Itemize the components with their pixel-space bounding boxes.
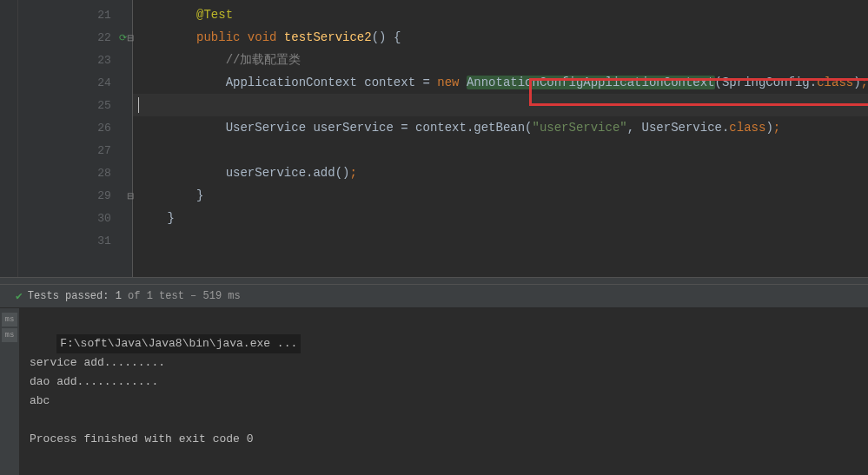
code-token: )	[853, 76, 860, 89]
line-number: 27	[97, 144, 111, 157]
console-area: ms ms F:\soft\Java\Java8\bin\java.exe ..…	[0, 308, 868, 475]
code-line[interactable]: }	[133, 207, 868, 229]
code-token: @Test	[196, 8, 233, 22]
code-token: new	[437, 76, 467, 89]
code-token: void	[248, 30, 284, 44]
code-token: UserService.	[642, 121, 730, 135]
line-number: 25	[97, 99, 111, 112]
code-token: () {	[372, 30, 401, 44]
line-number: 31	[97, 234, 111, 247]
code-token: }	[196, 188, 203, 202]
code-line[interactable]	[133, 229, 868, 252]
check-icon: ✔	[16, 289, 23, 303]
gutter-row[interactable]: 23	[18, 49, 132, 71]
code-token: //加载配置类	[226, 53, 301, 67]
line-number: 28	[97, 167, 111, 180]
gutter-row[interactable]: 27	[18, 139, 132, 162]
code-token: public	[196, 30, 248, 44]
panel-resize-handle[interactable]	[0, 277, 868, 284]
code-line[interactable]	[133, 94, 868, 116]
code-token: (SpringConfig.	[715, 76, 818, 89]
text-caret	[138, 97, 139, 113]
line-number: 23	[97, 54, 111, 67]
editor-area: 2122⟳⊟23242526272829⊟3031 @Test public v…	[0, 0, 868, 277]
code-token: "userService"	[533, 121, 627, 135]
console-output[interactable]: F:\soft\Java\Java8\bin\java.exe ... serv…	[19, 308, 868, 475]
code-line[interactable]: //加载配置类	[133, 49, 868, 71]
code-token: class	[729, 121, 765, 135]
tests-time: – 519 ms	[190, 290, 241, 302]
gutter-row[interactable]: 22⟳⊟	[18, 26, 132, 49]
editor-gutter[interactable]: 2122⟳⊟23242526272829⊟3031	[18, 0, 133, 277]
code-line[interactable]: public void testService2() {	[133, 26, 868, 49]
line-number: 26	[97, 122, 111, 135]
code-token: userService.add()	[226, 166, 350, 180]
gutter-row[interactable]: 29⊟	[18, 184, 132, 207]
tab-ms-1[interactable]: ms	[2, 313, 17, 327]
gutter-row[interactable]: 24	[18, 71, 132, 94]
gutter-row[interactable]: 30	[18, 207, 132, 229]
line-number: 24	[97, 76, 111, 89]
code-token: }	[167, 211, 174, 225]
line-number: 29	[97, 189, 111, 202]
code-token: testService2	[284, 30, 372, 44]
tool-stripe-left	[0, 0, 18, 277]
code-line[interactable]: @Test	[133, 3, 868, 26]
gutter-row[interactable]: 25	[18, 94, 132, 116]
test-status-bar: ✔ Tests passed: 1 of 1 test – 519 ms	[0, 284, 868, 308]
gutter-row[interactable]: 26	[18, 116, 132, 139]
code-token: ;	[349, 166, 356, 180]
code-token: UserService userService = context.getBea…	[226, 121, 533, 135]
code-token: )	[765, 121, 772, 135]
tab-ms-2[interactable]: ms	[2, 328, 17, 342]
console-exit-line: Process finished with exit code 0	[30, 432, 253, 445]
code-token: ;	[773, 121, 780, 135]
console-line: dao add............	[30, 375, 158, 388]
console-exe-line: F:\soft\Java\Java8\bin\java.exe ...	[56, 334, 301, 353]
console-tabs-strip: ms ms	[0, 308, 19, 475]
code-line[interactable]: userService.add();	[133, 162, 868, 184]
code-area[interactable]: @Test public void testService2() { //加载配…	[133, 0, 868, 277]
tests-passed-count: 1	[116, 290, 122, 302]
tests-total-label: of 1 test	[128, 290, 184, 302]
line-number: 21	[97, 9, 111, 22]
code-token: AnnotationConfigApplicationContext	[467, 76, 715, 89]
code-line[interactable]: ApplicationContext context = new Annotat…	[133, 71, 868, 94]
console-line: service add.........	[30, 356, 165, 369]
code-token: ApplicationContext context =	[226, 76, 438, 89]
code-token: ;	[861, 76, 868, 89]
code-line[interactable]	[133, 139, 868, 162]
tests-passed-label: Tests passed:	[28, 290, 109, 302]
run-test-icon[interactable]: ⟳	[119, 32, 127, 43]
code-line[interactable]: UserService userService = context.getBea…	[133, 116, 868, 139]
console-line: abc	[30, 394, 50, 407]
code-token: ,	[627, 121, 642, 135]
gutter-row[interactable]: 28	[18, 162, 132, 184]
gutter-row[interactable]: 21	[18, 3, 132, 26]
gutter-row[interactable]: 31	[18, 229, 132, 252]
code-token: class	[817, 76, 853, 89]
line-number: 30	[97, 212, 111, 225]
line-number: 22	[97, 31, 111, 44]
code-line[interactable]: }	[133, 184, 868, 207]
